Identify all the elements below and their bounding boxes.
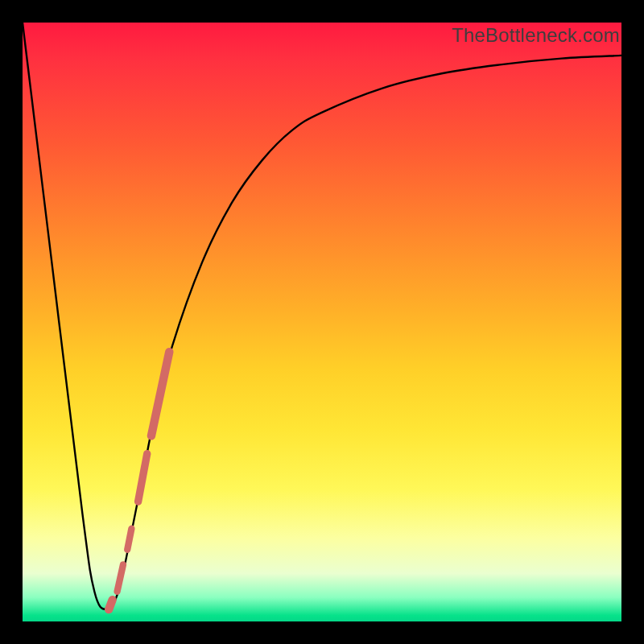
chart-svg [23, 23, 621, 621]
chart-frame: TheBottleneck.com [0, 0, 644, 644]
watermark-text: TheBottleneck.com [452, 24, 620, 47]
markers-group [109, 352, 169, 609]
marker-dot-c [127, 529, 131, 550]
marker-dot-d [118, 564, 123, 591]
bottleneck-curve [23, 23, 621, 609]
marker-segment-a [151, 352, 169, 436]
marker-segment-b [138, 454, 147, 502]
marker-dot-e [109, 600, 112, 609]
